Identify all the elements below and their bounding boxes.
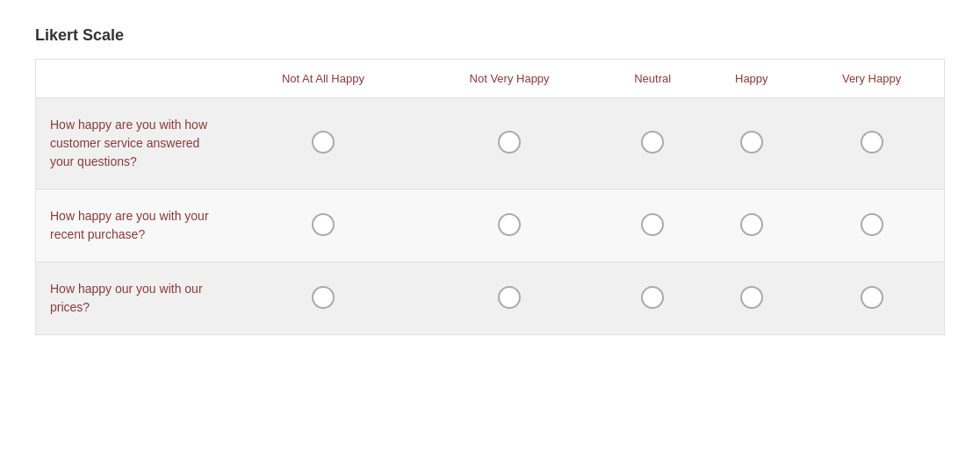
- radio-button-row2-col3[interactable]: [740, 286, 763, 309]
- question-cell-1: How happy are you with your recent purch…: [36, 190, 229, 262]
- table-row: How happy are you with how customer serv…: [36, 98, 945, 190]
- radio-button-row2-col4[interactable]: [861, 286, 883, 309]
- radio-button-row0-col2[interactable]: [641, 131, 664, 154]
- question-cell-2: How happy our you with our prices?: [36, 262, 229, 335]
- likert-title: Likert Scale: [35, 26, 945, 45]
- radio-button-row1-col2[interactable]: [641, 213, 664, 236]
- radio-button-row1-col4[interactable]: [861, 213, 883, 236]
- table-row: How happy are you with your recent purch…: [36, 190, 945, 262]
- radio-button-row0-col4[interactable]: [861, 131, 883, 154]
- radio-cell-row1-col0[interactable]: [229, 190, 418, 262]
- table-row: How happy our you with our prices?: [36, 262, 945, 335]
- question-cell-0: How happy are you with how customer serv…: [36, 98, 229, 190]
- radio-cell-row2-col2[interactable]: [602, 262, 704, 335]
- col-header-4: Happy: [704, 60, 800, 98]
- likert-table: Not At All Happy Not Very Happy Neutral …: [35, 59, 945, 335]
- radio-button-row2-col2[interactable]: [641, 286, 664, 309]
- col-header-3: Neutral: [602, 60, 704, 98]
- radio-button-row2-col1[interactable]: [498, 286, 521, 309]
- col-header-2: Not Very Happy: [417, 60, 601, 98]
- col-header-1: Not At All Happy: [229, 60, 418, 98]
- radio-button-row0-col1[interactable]: [498, 131, 521, 154]
- radio-button-row2-col0[interactable]: [312, 286, 335, 309]
- radio-button-row1-col1[interactable]: [498, 213, 521, 236]
- radio-cell-row1-col2[interactable]: [602, 190, 704, 262]
- radio-button-row1-col0[interactable]: [312, 213, 335, 236]
- radio-cell-row2-col0[interactable]: [229, 262, 418, 335]
- radio-button-row0-col3[interactable]: [740, 131, 763, 154]
- col-header-5: Very Happy: [799, 60, 944, 98]
- radio-cell-row1-col1[interactable]: [417, 190, 601, 262]
- radio-cell-row1-col4[interactable]: [799, 190, 944, 262]
- table-header-row: Not At All Happy Not Very Happy Neutral …: [36, 60, 945, 98]
- radio-cell-row2-col3[interactable]: [704, 262, 800, 335]
- radio-button-row1-col3[interactable]: [740, 213, 763, 236]
- radio-cell-row2-col4[interactable]: [799, 262, 944, 335]
- radio-cell-row0-col3[interactable]: [704, 98, 800, 190]
- col-header-question: [36, 60, 229, 98]
- radio-cell-row0-col2[interactable]: [602, 98, 704, 190]
- radio-cell-row0-col4[interactable]: [799, 98, 944, 190]
- radio-cell-row0-col0[interactable]: [229, 98, 418, 190]
- radio-cell-row1-col3[interactable]: [704, 190, 800, 262]
- radio-button-row0-col0[interactable]: [312, 131, 335, 154]
- radio-cell-row2-col1[interactable]: [417, 262, 601, 335]
- radio-cell-row0-col1[interactable]: [417, 98, 601, 190]
